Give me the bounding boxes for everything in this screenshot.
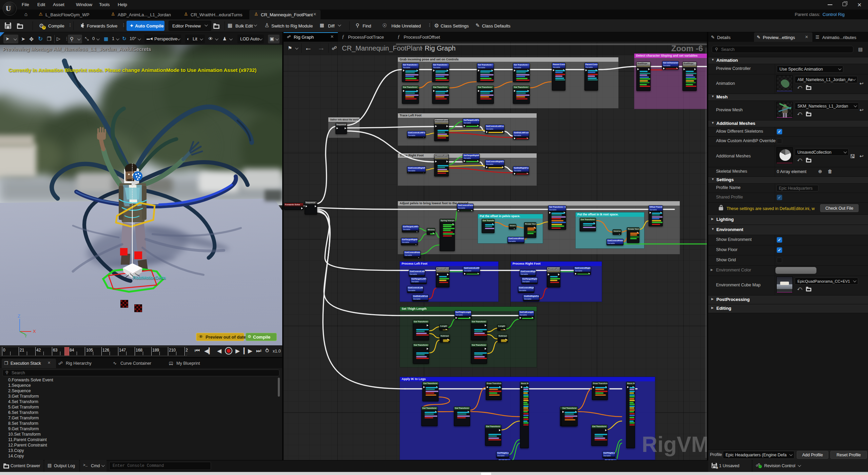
svg-text:X: X: [33, 329, 36, 334]
svg-text:Y: Y: [24, 334, 27, 339]
svg-text:Z: Z: [18, 314, 20, 319]
